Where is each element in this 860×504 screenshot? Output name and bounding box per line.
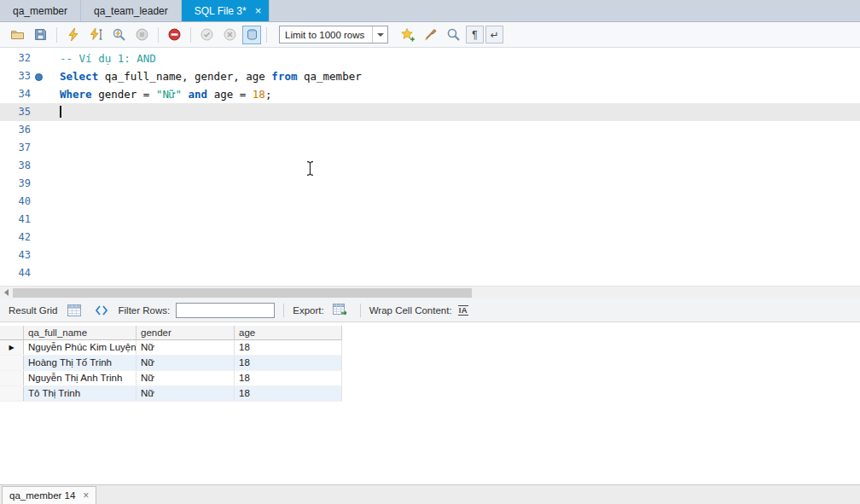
code-segment xyxy=(182,88,189,101)
left-triangle-icon xyxy=(4,289,9,296)
code-text: Select qa_full_name, gender, age from qa… xyxy=(46,67,362,85)
cell[interactable]: Nữ xyxy=(137,386,235,401)
cell[interactable]: Nguyễn Thị Anh Trinh xyxy=(24,371,137,385)
cell[interactable]: 18 xyxy=(235,386,342,401)
text-caret xyxy=(60,106,61,118)
editor-line[interactable]: 34Where gender = "Nữ" and age = 18; xyxy=(0,85,860,103)
editor-line[interactable]: 40 xyxy=(0,193,860,211)
select-all-corner[interactable] xyxy=(0,326,24,340)
tab-label: qa_team_leader xyxy=(94,5,168,17)
code-text xyxy=(46,264,60,282)
column-header-gender[interactable]: gender xyxy=(137,326,235,340)
scrollbar-thumb[interactable] xyxy=(13,288,472,298)
editor-line[interactable]: 41 xyxy=(0,211,860,229)
rollback-icon[interactable] xyxy=(219,25,241,45)
filter-rows-input[interactable] xyxy=(176,303,275,318)
column-header-age[interactable]: age xyxy=(235,326,342,340)
tab-qa-member[interactable]: qa_member xyxy=(0,0,81,21)
row-selector[interactable]: ▶ xyxy=(0,340,24,355)
statement-marker-icon xyxy=(31,67,46,85)
invisible-characters-icon[interactable]: ¶ xyxy=(466,26,484,43)
stop-query-icon[interactable] xyxy=(131,25,153,45)
tab-sql-file-3[interactable]: SQL File 3* × xyxy=(182,0,270,21)
double-chevron-icon[interactable] xyxy=(91,300,113,321)
marker-space xyxy=(31,211,46,229)
row-selector[interactable] xyxy=(0,371,24,385)
editor-tabbar: qa_member qa_team_leader SQL File 3* × xyxy=(0,0,860,22)
close-icon[interactable]: × xyxy=(255,5,262,16)
execute-icon[interactable] xyxy=(62,25,84,45)
cell[interactable]: Tô Thị Trinh xyxy=(24,386,137,401)
cell[interactable]: Hoàng Thị Tố Trinh xyxy=(24,356,137,370)
editor-line[interactable]: 38 xyxy=(0,157,860,175)
tab-qa-member-14[interactable]: qa_member 14 × xyxy=(2,486,96,504)
cell[interactable]: Nữ xyxy=(137,340,235,355)
toolbar-separator xyxy=(266,27,267,43)
cell[interactable]: 18 xyxy=(235,371,342,385)
cell[interactable]: Nữ xyxy=(137,356,235,370)
code-text: Where gender = "Nữ" and age = 18; xyxy=(46,85,271,103)
open-script-icon[interactable] xyxy=(7,25,28,45)
line-number: 35 xyxy=(0,103,31,121)
editor-line[interactable]: 33Select qa_full_name, gender, age from … xyxy=(0,67,860,85)
line-number: 42 xyxy=(0,229,31,246)
grid-view-icon[interactable] xyxy=(64,300,85,321)
marker-space xyxy=(31,85,46,103)
find-icon[interactable] xyxy=(443,25,464,45)
table-row[interactable]: Nguyễn Thị Anh TrinhNữ18 xyxy=(0,371,342,386)
limit-rows-dropdown[interactable]: Limit to 1000 rows xyxy=(279,26,388,43)
filter-rows-label: Filter Rows: xyxy=(119,305,171,316)
code-segment: Select xyxy=(60,70,98,83)
tab-qa-team-leader[interactable]: qa_team_leader xyxy=(81,0,182,21)
table-row[interactable]: ▶Nguyễn Phúc Kim LuyệnNữ18 xyxy=(0,340,342,356)
result-table: qa_full_namegenderage ▶Nguyễn Phúc Kim L… xyxy=(0,326,342,402)
wrap-text-icon[interactable]: ↵ xyxy=(485,26,503,43)
execute-current-statement-icon[interactable] xyxy=(85,25,107,45)
result-grid-area: qa_full_namegenderage ▶Nguyễn Phúc Kim L… xyxy=(0,322,860,484)
line-number: 41 xyxy=(0,211,31,229)
save-snippet-icon[interactable] xyxy=(397,25,418,45)
toggle-autocommit-icon[interactable] xyxy=(242,26,261,44)
beautify-icon[interactable] xyxy=(420,25,441,45)
cell[interactable]: Nguyễn Phúc Kim Luyện xyxy=(24,340,137,355)
column-header-qa_full_name[interactable]: qa_full_name xyxy=(24,326,137,340)
cell[interactable]: 18 xyxy=(235,340,342,355)
cell[interactable]: 18 xyxy=(235,356,342,370)
marker-space xyxy=(31,103,46,121)
table-row[interactable]: Hoàng Thị Tố TrinhNữ18 xyxy=(0,356,342,371)
save-script-icon[interactable] xyxy=(30,25,51,45)
editor-lines: 32-- Ví dụ 1: AND33Select qa_full_name, … xyxy=(0,49,860,282)
result-tabbar: qa_member 14 × xyxy=(0,484,860,504)
editor-hscrollbar[interactable] xyxy=(0,286,860,298)
editor-line[interactable]: 36 xyxy=(0,121,860,139)
table-row[interactable]: Tô Thị TrinhNữ18 xyxy=(0,386,342,402)
editor-line[interactable]: 43 xyxy=(0,246,860,264)
tab-label: qa_member xyxy=(13,5,67,17)
editor-line[interactable]: 32-- Ví dụ 1: AND xyxy=(0,49,860,67)
commit-icon[interactable] xyxy=(196,25,218,45)
row-selector[interactable] xyxy=(0,386,24,401)
explain-plan-icon[interactable] xyxy=(108,25,130,45)
close-icon[interactable]: × xyxy=(83,490,89,501)
editor-line[interactable]: 42 xyxy=(0,229,860,246)
chevron-down-icon xyxy=(372,26,387,43)
row-selector[interactable] xyxy=(0,356,24,370)
grid-body: ▶Nguyễn Phúc Kim LuyệnNữ18Hoàng Thị Tố T… xyxy=(0,340,342,402)
sql-editor[interactable]: 32-- Ví dụ 1: AND33Select qa_full_name, … xyxy=(0,48,860,286)
marker-space xyxy=(31,229,46,246)
code-text xyxy=(46,211,60,229)
code-segment: from xyxy=(271,70,297,83)
export-icon[interactable] xyxy=(330,300,352,321)
editor-line[interactable]: 35 xyxy=(0,103,860,121)
editor-line[interactable]: 37 xyxy=(0,139,860,157)
toggle-stop-on-error-icon[interactable] xyxy=(164,25,185,45)
cell[interactable]: Nữ xyxy=(137,371,235,385)
wrap-cell-content-icon[interactable]: IA xyxy=(458,305,469,316)
editor-line[interactable]: 44 xyxy=(0,264,860,282)
code-text xyxy=(46,246,60,264)
line-number: 33 xyxy=(0,67,31,85)
scroll-left-arrow[interactable] xyxy=(0,287,13,298)
code-segment: "Nữ" xyxy=(156,88,182,101)
pilcrow-glyph: ¶ xyxy=(472,29,477,41)
editor-line[interactable]: 39 xyxy=(0,175,860,193)
